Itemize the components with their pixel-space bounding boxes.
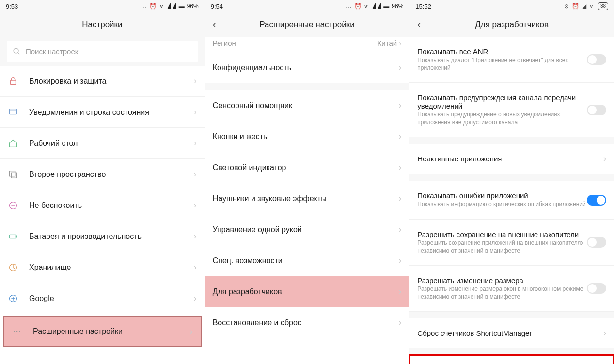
row-label: Батарея и производительность	[29, 232, 194, 241]
status-icons: ⊘ ⏰ ◢ ᯤ 38	[564, 2, 608, 10]
svg-rect-3	[10, 109, 17, 114]
advanced-row[interactable]: Восстановление и сброс ›	[205, 307, 409, 338]
status-time: 9:54	[211, 3, 346, 10]
row-subtitle: Разрешать изменение размера окон в много…	[417, 285, 587, 301]
battery-icon	[8, 231, 29, 242]
toggle-switch[interactable]	[587, 54, 606, 65]
row-label: Разрешить сохранение на внешние накопите…	[417, 230, 587, 238]
home-icon	[8, 138, 29, 149]
back-button[interactable]: ‹	[213, 18, 216, 31]
svg-rect-2	[11, 80, 16, 84]
status-bar: 9:54 … ⏰ ᯤ ◢ ◢ ▬ 96%	[205, 0, 409, 13]
settings-row[interactable]: Батарея и производительность ›	[0, 221, 205, 252]
settings-list: Блокировка и защита › Уведомления и стро…	[0, 66, 205, 364]
settings-row[interactable]: Блокировка и защита ›	[0, 66, 205, 97]
chevron-right-icon: ›	[398, 193, 401, 204]
pane-settings: 9:53 … ⏰ ᯤ ◢ ◢ ▬ 96% Настройки Поиск нас…	[0, 0, 205, 364]
status-icons: … ⏰ ᯤ ◢ ◢ ▬ 96%	[346, 3, 404, 10]
search-input[interactable]: Поиск настроек	[7, 41, 198, 62]
developer-list: Показывать все ANR Показывать диалог "Пр…	[409, 37, 614, 364]
toggle-switch[interactable]	[587, 237, 606, 248]
settings-row[interactable]: Расширенные настройки ›	[3, 316, 202, 347]
settings-row[interactable]: Не беспокоить ›	[0, 190, 205, 221]
row-label: Рабочий стол	[29, 139, 194, 148]
advanced-row[interactable]: Управление одной рукой ›	[205, 214, 409, 245]
row-label: Показывать ошибки приложений	[417, 191, 587, 200]
pane-developer: 15:52 ⊘ ⏰ ◢ ᯤ 38 ‹ Для разработчиков Пок…	[409, 0, 614, 364]
chevron-right-icon: ›	[603, 328, 606, 338]
chevron-right-icon: ›	[194, 107, 197, 117]
row-label: Google	[29, 294, 194, 303]
row-label: Разрешать изменение размера	[417, 276, 587, 285]
svg-point-13	[16, 331, 18, 332]
settings-row[interactable]: Уведомления и строка состояния ›	[0, 97, 205, 128]
row-label: Световой индикатор	[213, 163, 399, 172]
pane-advanced: 9:54 … ⏰ ᯤ ◢ ◢ ▬ 96% ‹ Расширенные настр…	[205, 0, 409, 364]
svg-point-14	[19, 331, 20, 332]
search-icon	[13, 47, 21, 56]
settings-row[interactable]: Второе пространство ›	[0, 159, 205, 190]
row-label: Хранилище	[29, 263, 194, 272]
toggle-switch[interactable]	[587, 283, 606, 294]
toggle-switch[interactable]	[587, 195, 606, 206]
developer-row[interactable]: Включить оптимизацию MIUI	[409, 355, 614, 364]
row-subtitle: Показывать диалог "Приложение не отвечае…	[417, 57, 587, 72]
signal-icon: ◢	[582, 3, 586, 10]
row-label: Неактивные приложения	[417, 155, 603, 163]
svg-rect-6	[11, 173, 16, 178]
svg-rect-5	[10, 171, 15, 176]
page-title: Для разработчиков	[475, 20, 549, 30]
chevron-right-icon: ›	[398, 162, 401, 173]
advanced-row[interactable]: Наушники и звуковые эффекты ›	[205, 183, 409, 214]
chevron-right-icon: ›	[398, 255, 401, 266]
settings-row[interactable]: Хранилище ›	[0, 252, 205, 283]
row-label: Показывать предупреждения канала передач…	[417, 94, 587, 110]
developer-row[interactable]: Показывать все ANR Показывать диалог "Пр…	[409, 37, 614, 83]
developer-row[interactable]: Разрешать изменение размера Разрешать из…	[409, 266, 614, 312]
row-label: Показывать все ANR	[417, 47, 587, 56]
chevron-right-icon: ›	[398, 286, 401, 297]
row-label: Блокировка и защита	[29, 77, 194, 86]
chevron-right-icon: ›	[398, 100, 401, 111]
chevron-right-icon: ›	[398, 63, 401, 73]
search-placeholder: Поиск настроек	[26, 47, 78, 56]
toggle-switch[interactable]	[587, 105, 606, 115]
advanced-row[interactable]: Спец. возможности ›	[205, 245, 409, 276]
status-bar: 9:53 … ⏰ ᯤ ◢ ◢ ▬ 96%	[0, 0, 205, 13]
svg-rect-10	[16, 236, 17, 237]
battery-icon: 38	[598, 2, 608, 10]
title-bar: ‹ Расширенные настройки	[205, 13, 409, 37]
row-label: Управление одной рукой	[213, 225, 399, 234]
wifi-icon: ᯤ	[589, 3, 595, 10]
chevron-right-icon: ›	[194, 231, 197, 241]
row-label: Не беспокоить	[29, 201, 194, 210]
chevron-right-icon: ›	[194, 169, 197, 179]
chevron-right-icon: ›	[194, 293, 197, 303]
row-subtitle: Показывать предупреждение о новых уведом…	[417, 111, 587, 126]
developer-row[interactable]: Неактивные приложения ›	[409, 144, 614, 174]
row-label: Расширенные настройки	[33, 327, 190, 336]
row-region[interactable]: Регион Китай ›	[205, 37, 409, 52]
row-label: Уведомления и строка состояния	[29, 108, 194, 117]
settings-row[interactable]: Рабочий стол ›	[0, 128, 205, 159]
status-icon	[8, 107, 29, 118]
svg-point-0	[14, 48, 18, 53]
title-bar: ‹ Для разработчиков	[409, 13, 614, 37]
chevron-right-icon: ›	[194, 200, 197, 210]
row-label: Наушники и звуковые эффекты	[213, 194, 399, 203]
advanced-row[interactable]: Сенсорный помощник ›	[205, 90, 409, 121]
settings-row[interactable]: Google ›	[0, 283, 205, 314]
developer-row[interactable]: Сброс счетчиков ShortcutManager ›	[409, 318, 614, 348]
advanced-row[interactable]: Конфиденциальность ›	[205, 52, 409, 83]
chevron-right-icon: ›	[603, 154, 606, 164]
chevron-right-icon: ›	[399, 39, 401, 47]
developer-row[interactable]: Показывать предупреждения канала передач…	[409, 83, 614, 137]
developer-row[interactable]: Разрешить сохранение на внешние накопите…	[409, 220, 614, 266]
advanced-row[interactable]: Световой индикатор ›	[205, 152, 409, 183]
more-icon	[12, 326, 33, 337]
advanced-row[interactable]: Для разработчиков ›	[205, 276, 409, 307]
status-bar: 15:52 ⊘ ⏰ ◢ ᯤ 38	[409, 0, 614, 13]
back-button[interactable]: ‹	[417, 18, 421, 31]
developer-row[interactable]: Показывать ошибки приложений Показывать …	[409, 181, 614, 220]
advanced-row[interactable]: Кнопки и жесты ›	[205, 121, 409, 152]
